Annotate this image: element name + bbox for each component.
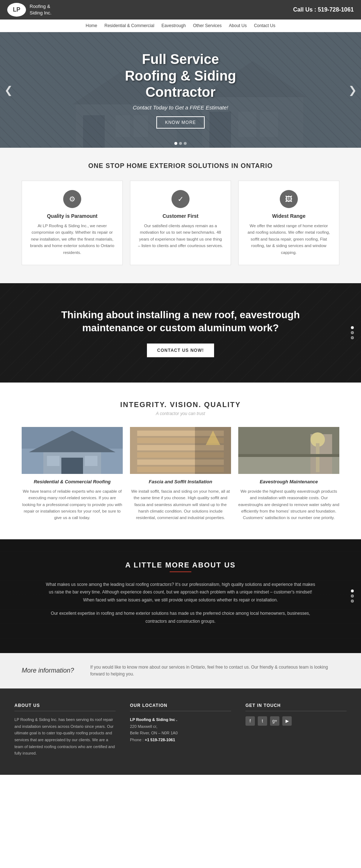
svg-rect-5 [83,115,105,148]
nav-home[interactable]: Home [86,23,97,28]
nav-about-us[interactable]: About Us [229,23,247,28]
feature-quality-desc: At LP Roofing & Siding Inc., we never co… [29,223,115,256]
eavestrough-image [238,427,339,474]
svg-rect-17 [85,456,97,466]
cta-side-dots [351,326,354,339]
nav-residential[interactable]: Residential & Commercial [104,23,154,28]
footer-about-text: LP Roofing & Siding Inc. has been servin… [14,716,116,757]
quality-icon: ⚙ [63,190,81,208]
footer-about-col: ABOUT US LP Roofing & Siding Inc. has be… [14,703,116,757]
footer-address2: Belle River, ON – N0R 1A0 [130,730,231,737]
contact-now-button[interactable]: CONTACT US NOW! [147,344,214,357]
about-dot-1[interactable] [351,590,354,592]
header: LP Roofing &Siding Inc. Call Us : 519-72… [0,0,361,20]
dot-1[interactable] [174,142,177,145]
hero-section: ❮ Full Service Roofing & Siding Contract… [0,32,361,148]
svg-rect-34 [238,454,339,457]
one-stop-heading: ONE STOP HOME EXTERIOR SOLUTIONS IN ONTA… [14,162,347,170]
svg-rect-16 [47,456,60,466]
svg-rect-10 [260,112,278,137]
footer-columns: ABOUT US LP Roofing & Siding Inc. has be… [14,703,347,757]
logo-text: Roofing &Siding Inc. [30,3,52,16]
svg-rect-33 [316,443,319,472]
service-residential-desc: We have teams of reliable experts who ar… [22,488,123,521]
cta-dot-1[interactable] [351,326,354,329]
footer-phone: Phone : +1 519-728-1061 [130,737,231,743]
services-row: Residential & Commercial Roofing We have… [14,427,347,521]
more-info-section: More information? If you would like to k… [0,653,361,688]
feature-quality: ⚙ Quality is Paramount At LP Roofing & S… [22,181,123,265]
service-residential: Residential & Commercial Roofing We have… [22,427,123,521]
fascia-image [130,427,231,474]
cta-banner: Thinking about installing a new roof, ea… [0,283,361,383]
facebook-icon[interactable]: f [245,716,255,726]
next-arrow[interactable]: ❯ [348,84,357,96]
hero-heading: Full Service Roofing & Siding Contractor [125,51,236,101]
phone: Call Us : 519-728-1061 [293,7,354,13]
footer-contact-col: GET IN TOUCH f t g+ ▶ [245,703,347,757]
feature-range-desc: We offer the widest range of home exteri… [246,223,332,256]
about-side-dots [351,590,354,603]
nav-other-services[interactable]: Other Services [193,23,222,28]
logo-area: LP Roofing &Siding Inc. [7,3,52,17]
hero-content: Full Service Roofing & Siding Contractor… [125,51,236,129]
more-info-text: If you would like to know more about our… [90,664,339,678]
hero-know-more-button[interactable]: KNOW MORE [156,116,205,129]
service-fascia-desc: We install soffit, fascia and siding on … [130,488,231,521]
cta-dot-2[interactable] [351,331,354,334]
nav-contact-us[interactable]: Contact Us [254,23,275,28]
footer-location-col: OUR LOCATION LP Roofing & Siding Inc . 2… [130,703,231,757]
dot-3[interactable] [184,142,187,145]
feature-quality-title: Quality is Paramount [29,213,115,219]
logo-initials: LP [13,7,20,13]
about-underline [170,571,191,572]
svg-rect-15 [61,458,83,474]
more-info-label: More information? [22,667,79,674]
range-icon: 🖼 [280,190,298,208]
feature-customer: ✓ Customer First Our satisfied clients a… [130,181,231,265]
one-stop-section: ONE STOP HOME EXTERIOR SOLUTIONS IN ONTA… [0,148,361,283]
service-residential-title: Residential & Commercial Roofing [22,479,123,484]
feature-customer-title: Customer First [138,213,223,219]
customer-icon: ✓ [171,190,190,208]
prev-arrow[interactable]: ❮ [4,84,13,96]
integrity-section: INTEGRITY. VISION. QUALITY A contractor … [0,383,361,539]
cta-dot-3[interactable] [351,336,354,339]
feature-customer-desc: Our satisfied clients always remain as a… [138,223,223,249]
footer-address1: 220 Maxwell cr, [130,723,231,730]
slider-dots [174,142,187,145]
nav-eavestrough[interactable]: Eavestrough [161,23,186,28]
about-para2: Our excellent expertise in roofing and h… [43,610,318,625]
footer: ABOUT US LP Roofing & Siding Inc. has be… [0,688,361,775]
footer-about-heading: ABOUT US [14,703,116,711]
footer-location-heading: OUR LOCATION [130,703,231,711]
about-heading: A LITTLE MORE ABOUT US [29,561,332,569]
footer-contact-heading: GET IN TOUCH [245,703,347,711]
service-fascia: Fascia and Soffit Installation We instal… [130,427,231,521]
service-eavestrough: Eavestrough Maintenance We provide the h… [238,427,339,521]
about-dot-3[interactable] [351,600,354,603]
twitter-icon[interactable]: t [258,716,267,726]
googleplus-icon[interactable]: g+ [270,716,279,726]
integrity-heading: INTEGRITY. VISION. QUALITY [14,401,347,409]
dot-2[interactable] [179,142,182,145]
service-fascia-title: Fascia and Soffit Installation [130,479,231,484]
service-eavestrough-desc: We provide the highest quality eavestrou… [238,488,339,521]
youtube-icon[interactable]: ▶ [282,716,292,726]
main-nav: Home Residential & Commercial Eavestroug… [0,20,361,32]
hero-subtext: Contact Today to Get a FREE Estimate! [125,104,236,111]
integrity-subtitle: A contractor you can trust [14,411,347,416]
service-eavestrough-title: Eavestrough Maintenance [238,479,339,484]
social-icons: f t g+ ▶ [245,716,347,726]
cta-heading: Thinking about installing a new roof, ea… [29,308,332,335]
logo-oval: LP [7,3,26,17]
footer-location-company: LP Roofing & Siding Inc . [130,716,231,723]
about-dot-2[interactable] [351,595,354,597]
about-section: A LITTLE MORE ABOUT US What makes us sco… [0,539,361,653]
svg-rect-9 [238,112,256,137]
feature-range-title: Widest Range [246,213,332,219]
about-para1: What makes us score among the leading lo… [43,581,318,604]
features-row: ⚙ Quality is Paramount At LP Roofing & S… [14,181,347,265]
residential-image [22,427,123,474]
feature-range: 🖼 Widest Range We offer the widest range… [238,181,339,265]
